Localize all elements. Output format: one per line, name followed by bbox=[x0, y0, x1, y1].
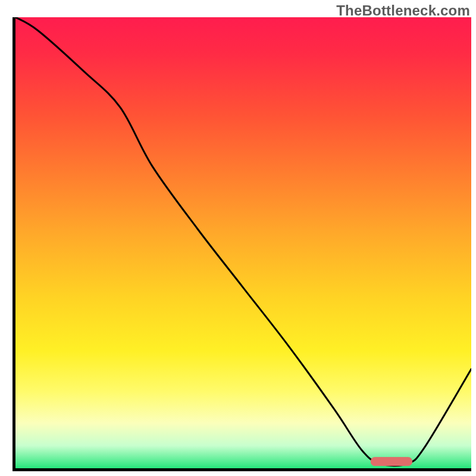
watermark-text: TheBottleneck.com bbox=[336, 2, 470, 19]
optimum-marker bbox=[371, 458, 412, 466]
bottleneck-curve bbox=[15, 17, 471, 466]
plot-area bbox=[15, 17, 471, 468]
chart-frame: TheBottleneck.com bbox=[0, 0, 476, 476]
chart-overlay bbox=[15, 17, 471, 468]
